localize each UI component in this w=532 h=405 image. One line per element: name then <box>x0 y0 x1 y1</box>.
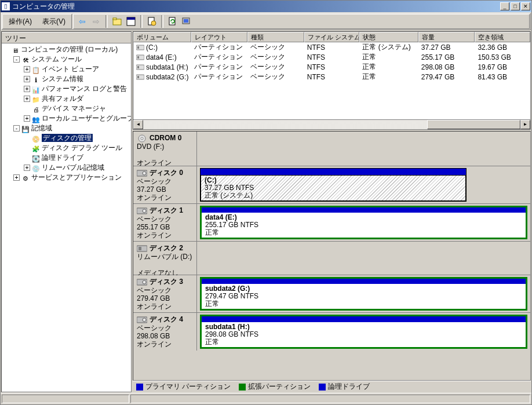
partition-e[interactable]: data4 (E:) 255.17 GB NTFS 正常 <box>200 206 527 239</box>
partition-h[interactable]: subdata1 (H:) 298.08 GB NTFS 正常 <box>200 315 527 349</box>
col-fs[interactable]: ファイル システム <box>304 32 360 42</box>
volume-icon <box>136 44 144 51</box>
svg-rect-3 <box>127 17 135 20</box>
toolbar: ⇦ ⇨ <box>74 14 195 28</box>
svg-rect-24 <box>139 247 141 250</box>
tree-sysinfo[interactable]: システム情報 <box>42 75 83 83</box>
col-type[interactable]: 種類 <box>247 32 304 42</box>
disk-row-cdrom[interactable]: CDROM 0 DVD (F:) オンライン <box>133 132 530 166</box>
drive-icon: 💽 <box>32 154 40 162</box>
menu-view[interactable]: 表示(V) <box>39 16 69 28</box>
col-capacity[interactable]: 容量 <box>418 32 475 42</box>
disk-icon <box>137 207 147 215</box>
col-volume[interactable]: ボリューム <box>133 32 191 42</box>
partition-g[interactable]: subdata2 (G:) 279.47 GB NTFS 正常 <box>200 277 527 311</box>
svg-rect-8 <box>184 19 188 23</box>
svg-rect-1 <box>113 18 116 20</box>
console-button[interactable] <box>125 15 137 28</box>
disk-icon <box>137 278 147 286</box>
legend-extended: 拡張パーティション <box>239 382 311 392</box>
tree-header: ツリー <box>2 32 131 43</box>
expand-icon[interactable]: + <box>24 66 30 72</box>
tree-localusers[interactable]: ローカル ユーザーとグループ <box>42 114 131 122</box>
expand-icon[interactable]: + <box>24 96 30 102</box>
legend-primary: プライマリ パーティション <box>136 382 231 392</box>
col-free[interactable]: 空き領域 <box>475 32 530 42</box>
partition-c[interactable]: (C:) 37.27 GB NTFS 正常 (システム) <box>200 168 467 202</box>
properties-button[interactable] <box>145 15 158 28</box>
computer-icon: 🖥 <box>11 46 19 54</box>
tree-diskmgmt[interactable]: ディスクの管理 <box>42 134 93 142</box>
minimize-button[interactable]: _ <box>500 2 509 10</box>
disk-icon <box>137 316 147 324</box>
window-title: コンピュータの管理 <box>12 2 500 12</box>
disk-row-0[interactable]: ディスク 0 ベーシック 37.27 GB オンライン (C:) 37.27 G… <box>133 166 530 204</box>
expand-icon[interactable]: - <box>13 56 20 63</box>
back-button[interactable]: ⇦ <box>76 15 89 28</box>
list-item[interactable]: subdata2 (G:) パーティション ベーシック NTFS 正常 279.… <box>133 72 530 82</box>
status-bar <box>1 393 531 404</box>
tree-root[interactable]: コンピュータの管理 (ローカル) <box>21 45 118 53</box>
expand-icon[interactable]: + <box>24 76 30 82</box>
tree-storage[interactable]: 記憶域 <box>31 124 52 132</box>
disk-row-3[interactable]: ディスク 3 ベーシック 279.47 GB オンライン subdata2 (G… <box>133 275 530 313</box>
settings-button[interactable] <box>180 15 193 28</box>
scroll-left-button[interactable]: ◄ <box>133 120 143 129</box>
menu-bar: 操作(A) 表示(V) <box>3 15 71 28</box>
disk-row-1[interactable]: ディスク 1 ベーシック 255.17 GB オンライン data4 (E:) … <box>133 204 530 242</box>
expand-icon[interactable]: - <box>13 125 20 132</box>
folder-icon: 📁 <box>32 95 40 103</box>
expand-icon[interactable]: + <box>13 174 20 181</box>
expand-icon[interactable]: + <box>24 165 30 171</box>
volume-icon <box>136 54 144 61</box>
list-item[interactable]: (C:) パーティション ベーシック NTFS 正常 (システム) 37.27 … <box>133 42 530 52</box>
expand-icon[interactable]: + <box>24 115 30 122</box>
tree-shared[interactable]: 共有フォルダ <box>42 94 83 103</box>
disk-icon: 📀 <box>32 134 40 143</box>
svg-rect-23 <box>137 246 147 251</box>
svg-point-18 <box>141 137 143 140</box>
tree-logical[interactable]: 論理ドライブ <box>42 154 83 162</box>
col-layout[interactable]: レイアウト <box>191 32 248 42</box>
tree-devmgr[interactable]: デバイス マネージャ <box>42 104 106 112</box>
defrag-icon: 🧩 <box>32 144 40 152</box>
tree-defrag[interactable]: ディスク デフラグ ツール <box>42 144 122 152</box>
legend-logical: 論理ドライブ <box>319 382 370 392</box>
disk-row-2[interactable]: ディスク 2 リムーバブル (D:) メディアなし <box>133 242 530 275</box>
svg-rect-10 <box>137 46 139 49</box>
tree-eventviewer[interactable]: イベント ビューア <box>42 65 99 73</box>
list-item[interactable]: subdata1 (H:) パーティション ベーシック NTFS 正常 298.… <box>133 62 530 72</box>
maximize-button[interactable]: □ <box>511 2 520 10</box>
tree-systools[interactable]: システム ツール <box>31 55 82 63</box>
storage-icon: 💾 <box>21 125 30 133</box>
volume-icon <box>136 64 144 71</box>
info-icon: ℹ <box>32 75 40 83</box>
tree-services[interactable]: サービスとアプリケーション <box>31 173 122 181</box>
tree-perflog[interactable]: パフォーマンス ログと警告 <box>42 85 127 93</box>
disk-row-4[interactable]: ディスク 4 ベーシック 298.08 GB オンライン subdata1 (H… <box>133 313 530 351</box>
refresh-button[interactable] <box>166 15 179 28</box>
horizontal-scrollbar[interactable]: ◄ ► <box>133 119 530 129</box>
up-button[interactable] <box>111 15 123 28</box>
svg-point-26 <box>143 280 146 284</box>
svg-rect-14 <box>137 66 139 68</box>
forward-button[interactable]: ⇨ <box>90 15 103 28</box>
volume-list[interactable]: (C:) パーティション ベーシック NTFS 正常 (システム) 37.27 … <box>133 42 530 119</box>
users-icon: 👥 <box>32 115 40 123</box>
svg-rect-16 <box>137 76 139 78</box>
close-button[interactable]: ✕ <box>521 2 530 10</box>
event-icon: 📋 <box>32 65 40 74</box>
col-status[interactable]: 状態 <box>359 32 418 42</box>
scroll-right-button[interactable]: ► <box>520 120 530 129</box>
volume-icon <box>136 74 144 81</box>
removable-icon: 💿 <box>32 164 40 172</box>
menu-action[interactable]: 操作(A) <box>5 16 35 28</box>
list-item[interactable]: data4 (E:) パーティション ベーシック NTFS 正常 255.17 … <box>133 52 530 62</box>
tree-pane: ツリー 🖥コンピュータの管理 (ローカル) -🛠システム ツール +📋イベント … <box>1 31 132 392</box>
tree-view[interactable]: 🖥コンピュータの管理 (ローカル) -🛠システム ツール +📋イベント ビューア… <box>2 43 131 392</box>
perf-icon: 📊 <box>32 85 40 93</box>
expand-icon[interactable]: + <box>24 86 30 92</box>
svg-point-5 <box>151 21 156 25</box>
disk-graphic-pane: CDROM 0 DVD (F:) オンライン ディスク 0 ベーシック 37.2… <box>133 131 531 381</box>
tree-removable[interactable]: リムーバブル記憶域 <box>42 163 104 172</box>
